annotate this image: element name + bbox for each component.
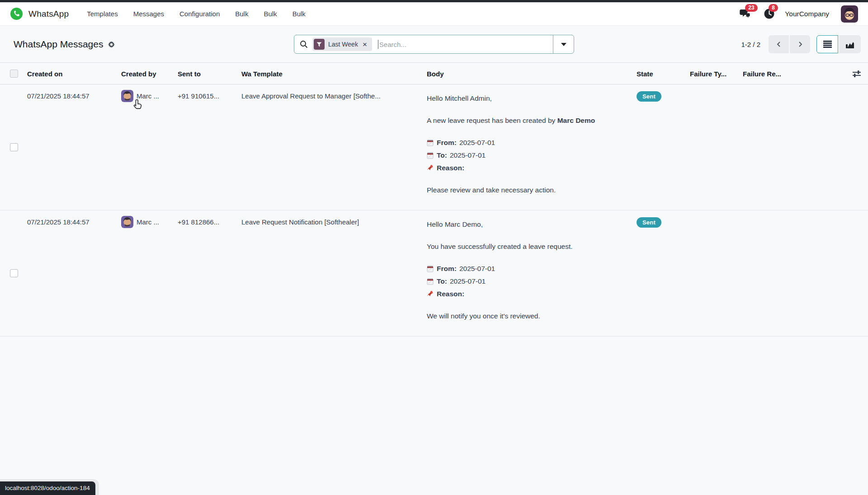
user-avatar — [121, 216, 133, 228]
cell-failure-reason — [743, 84, 809, 92]
cell-body: Hello Mitchell Admin, A new leave reques… — [427, 84, 637, 206]
search-input[interactable] — [378, 35, 553, 53]
menu-bulk-3[interactable]: Bulk — [292, 7, 307, 20]
calendar-icon — [427, 278, 434, 285]
search-bar: Last Week × — [294, 35, 574, 54]
body-from-line: From: 2025-07-01 — [427, 136, 637, 149]
graph-view-button[interactable] — [839, 35, 861, 53]
messages-list: Created on Created by Sent to Wa Templat… — [0, 63, 868, 336]
select-all-checkbox[interactable] — [10, 70, 18, 78]
body-to-line: To: 2025-07-01 — [427, 149, 637, 162]
cell-created-by[interactable]: Marc ... — [121, 84, 178, 102]
body-greeting: Hello Marc Demo, — [427, 218, 637, 231]
cell-failure-reason — [743, 210, 809, 218]
top-navbar: WhatsApp Templates Messages Configuratio… — [0, 2, 868, 26]
column-state[interactable]: State — [637, 70, 690, 78]
body-reason-line: Reason: — [427, 162, 637, 174]
pager-range: 1-2 / 2 — [741, 41, 760, 48]
body-closing: We will notify you once it's reviewed. — [427, 310, 637, 322]
app-title: WhatsApp — [28, 9, 69, 19]
app-menu-button[interactable]: WhatsApp — [10, 7, 69, 20]
page-title: WhatsApp Messages — [14, 39, 103, 50]
column-failure-type[interactable]: Failure Ty... — [690, 70, 743, 78]
chevron-down-icon — [561, 43, 566, 46]
navbar-systray: 23 8 YourCompany — [740, 5, 858, 23]
filter-facet-label: Last Week — [328, 41, 358, 48]
column-body[interactable]: Body — [427, 70, 637, 78]
cell-sent-to: +91 910615... — [178, 84, 241, 100]
body-greeting: Hello Mitchell Admin, — [427, 92, 637, 105]
main-menu: Templates Messages Configuration Bulk Bu… — [86, 7, 307, 20]
pager-buttons — [769, 35, 810, 53]
messages-tray-button[interactable]: 23 — [740, 8, 751, 20]
cell-created-on: 07/21/2025 18:44:57 — [27, 84, 121, 100]
messages-count-badge: 23 — [745, 4, 757, 12]
cell-failure-type — [690, 210, 743, 218]
body-from-line: From: 2025-07-01 — [427, 262, 637, 275]
created-by-name: Marc ... — [137, 92, 159, 100]
activities-count-badge: 8 — [769, 4, 778, 12]
list-view-button[interactable] — [816, 35, 838, 53]
cell-failure-type — [690, 84, 743, 92]
remove-filter-icon[interactable]: × — [362, 41, 368, 48]
search-options-toggle[interactable] — [553, 35, 574, 53]
search-icon — [300, 40, 308, 48]
cell-created-by[interactable]: Marc ... — [121, 210, 178, 228]
pushpin-icon — [427, 290, 434, 298]
pager-previous-button[interactable] — [769, 35, 789, 53]
whatsapp-logo-icon — [10, 7, 23, 20]
pager-next-button[interactable] — [790, 35, 810, 53]
filter-facet-last-week[interactable]: Last Week × — [312, 37, 372, 51]
column-settings-icon[interactable] — [809, 70, 868, 78]
filter-funnel-icon — [314, 39, 325, 50]
link-preview-container: localhost:8028/odoo/action-184 — [0, 479, 99, 495]
chevron-left-icon — [775, 41, 783, 48]
menu-bulk-2[interactable]: Bulk — [263, 7, 278, 20]
user-menu-avatar[interactable] — [841, 5, 858, 23]
cell-wa-template: Leave Approval Request to Manager [Softh… — [241, 84, 427, 100]
chevron-right-icon — [797, 41, 804, 48]
calendar-icon — [427, 139, 434, 146]
pushpin-icon — [427, 164, 434, 172]
calendar-icon — [427, 152, 434, 159]
status-badge: Sent — [637, 217, 661, 228]
list-view-icon — [823, 41, 832, 48]
column-failure-reason[interactable]: Failure Re... — [743, 70, 809, 78]
cell-body: Hello Marc Demo, You have successfully c… — [427, 210, 637, 332]
link-preview-url: localhost:8028/odoo/action-184 — [0, 481, 95, 495]
cell-created-on: 07/21/2025 18:44:57 — [27, 210, 121, 226]
body-line: A new leave request has been created by … — [427, 114, 637, 127]
column-sent-to[interactable]: Sent to — [178, 70, 241, 78]
user-avatar — [121, 90, 133, 102]
cell-state: Sent — [637, 84, 690, 102]
menu-templates[interactable]: Templates — [86, 7, 118, 20]
gear-icon[interactable] — [108, 41, 115, 48]
column-wa-template[interactable]: Wa Template — [241, 70, 427, 78]
menu-configuration[interactable]: Configuration — [179, 7, 221, 20]
column-created-on[interactable]: Created on — [27, 70, 121, 78]
row-checkbox[interactable] — [10, 143, 18, 151]
calendar-icon — [427, 265, 434, 272]
graph-view-icon — [845, 41, 854, 48]
company-switcher[interactable]: YourCompany — [785, 10, 829, 18]
list-header-row: Created on Created by Sent to Wa Templat… — [0, 63, 868, 84]
cell-sent-to: +91 812866... — [178, 210, 241, 226]
cell-state: Sent — [637, 210, 690, 228]
column-created-by[interactable]: Created by — [121, 70, 178, 78]
table-row[interactable]: 07/21/2025 18:44:57 Marc ... +91 812866.… — [0, 210, 868, 336]
activities-tray-button[interactable]: 8 — [763, 8, 775, 20]
cell-wa-template: Leave Request Notification [Softhealer] — [241, 210, 427, 226]
body-line: You have successfully created a leave re… — [427, 240, 637, 253]
menu-messages[interactable]: Messages — [132, 7, 165, 20]
control-panel: WhatsApp Messages Last Week × — [0, 26, 868, 63]
status-badge: Sent — [637, 91, 661, 102]
table-row[interactable]: 07/21/2025 18:44:57 Marc ... +91 910615.… — [0, 84, 868, 210]
body-closing: Please review and take necessary action. — [427, 184, 637, 196]
row-checkbox[interactable] — [10, 269, 18, 277]
body-reason-line: Reason: — [427, 288, 637, 300]
view-switcher — [816, 35, 861, 53]
created-by-name: Marc ... — [137, 218, 159, 226]
menu-bulk-1[interactable]: Bulk — [234, 7, 249, 20]
body-to-line: To: 2025-07-01 — [427, 275, 637, 288]
